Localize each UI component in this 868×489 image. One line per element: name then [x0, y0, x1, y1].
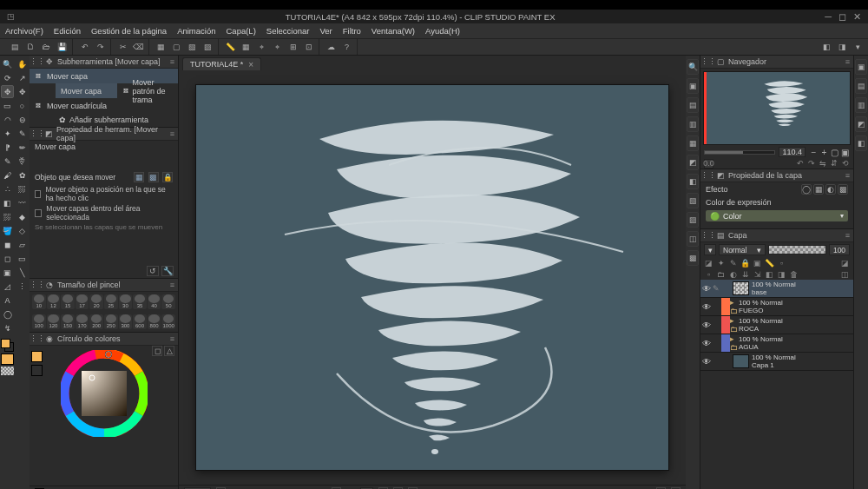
swatch-b[interactable]: [1, 354, 14, 365]
liquify-icon[interactable]: 〰: [16, 196, 29, 209]
menu-file[interactable]: Archivo(F): [5, 26, 43, 36]
panel-menu-icon[interactable]: ≡: [845, 57, 850, 66]
close-tab-icon[interactable]: ×: [248, 60, 253, 69]
dock2-a-icon[interactable]: ▣: [855, 59, 867, 75]
nav-reset-icon[interactable]: ⟲: [840, 159, 850, 169]
panel-menu-icon[interactable]: ≡: [170, 334, 174, 343]
layer-color-tag[interactable]: [721, 353, 730, 370]
prop-opt2[interactable]: Mover capas dentro del área seleccionada: [35, 204, 173, 221]
shrink-sel-icon[interactable]: ⊖: [16, 113, 29, 126]
rotate-tool-icon[interactable]: ⟳: [1, 71, 14, 84]
frame2-icon[interactable]: ▭: [16, 252, 29, 265]
eraser-tool-icon[interactable]: ◧: [1, 196, 14, 209]
nav-zoom-in-icon[interactable]: +: [819, 148, 829, 157]
brush-size-cell[interactable]: 25: [104, 294, 118, 309]
nav-flip-h-icon[interactable]: ⇋: [818, 159, 827, 169]
lock-col[interactable]: ✎: [713, 284, 721, 293]
layer-row[interactable]: 👁▸🗀100 % NormalFUEGO: [700, 298, 853, 316]
move-tool-icon[interactable]: ✥: [1, 85, 14, 98]
text-tool-icon[interactable]: A: [1, 294, 14, 307]
dock2-d-icon[interactable]: ◩: [855, 116, 867, 132]
dock2-b-icon[interactable]: ▤: [855, 78, 867, 94]
brush-size-cell[interactable]: 120: [47, 314, 61, 329]
open-icon[interactable]: 🗁: [39, 40, 54, 55]
swatch-transparent[interactable]: [1, 367, 14, 375]
brush-size-cell[interactable]: 250: [104, 314, 118, 329]
grid-icon[interactable]: ▦: [239, 40, 253, 55]
layer-color-picker-icon[interactable]: ◪: [840, 258, 850, 268]
contour-icon[interactable]: ◇: [16, 224, 29, 237]
visibility-icon[interactable]: 👁: [700, 284, 713, 294]
panel-grip-icon[interactable]: ⋮⋮: [33, 129, 42, 138]
dock-d-icon[interactable]: ▦: [687, 135, 699, 151]
visibility-icon[interactable]: 👁: [700, 339, 713, 348]
brush-size-cell[interactable]: 50: [161, 294, 175, 309]
eyedrop-tool-icon[interactable]: ⁋: [1, 141, 14, 154]
deco-icon[interactable]: ✿: [16, 169, 29, 182]
snap-icon[interactable]: ⌖: [254, 40, 269, 55]
blend-tool-icon[interactable]: ⛆: [1, 210, 14, 223]
wheel-tri-icon[interactable]: △: [164, 346, 174, 356]
visibility-icon[interactable]: 👁: [700, 357, 713, 367]
panel-grip-icon[interactable]: ⋮⋮: [33, 57, 42, 66]
layer-2pane-icon[interactable]: ◫: [840, 269, 850, 279]
sel-invert-icon[interactable]: ▧: [185, 40, 200, 55]
blend-mode-dropdown[interactable]: Normal▾: [719, 244, 766, 255]
eff-color-icon[interactable]: ◐: [825, 184, 836, 195]
color-swatch[interactable]: [1, 339, 14, 352]
brush-grid[interactable]: 10121517202530354050: [30, 292, 178, 312]
maximize-button[interactable]: ◻: [838, 11, 846, 23]
brush-tool-icon[interactable]: 🖌: [1, 169, 14, 182]
folder-icon[interactable]: ▸🗀: [730, 298, 739, 315]
dock-c-icon[interactable]: ▥: [687, 116, 699, 132]
ellipse-sel-icon[interactable]: ○: [16, 99, 29, 112]
menu-layer[interactable]: Capa(L): [227, 26, 256, 36]
brush-size-cell[interactable]: 35: [133, 294, 147, 309]
visibility-icon[interactable]: 👁: [700, 302, 713, 312]
menu-view[interactable]: Ver: [319, 26, 332, 36]
spray-tool-icon[interactable]: ∴: [1, 182, 14, 195]
ruler-icon[interactable]: 📏: [223, 40, 238, 55]
brush-size-cell[interactable]: 100: [32, 314, 46, 329]
canvas[interactable]: [196, 85, 667, 471]
nav-rot-ccw-icon[interactable]: ↶: [795, 159, 805, 169]
dock-j-icon[interactable]: ▩: [687, 250, 699, 266]
ruler-tool-icon[interactable]: ◿: [1, 280, 14, 293]
menu-help[interactable]: Ayuda(H): [425, 26, 460, 36]
layer-row[interactable]: 👁▸🗀100 % NormalROCA: [700, 316, 853, 334]
mask2-icon[interactable]: ◧: [765, 269, 774, 279]
brush-size-cell[interactable]: 150: [61, 314, 75, 329]
shape-tool-icon[interactable]: ◻: [1, 252, 14, 265]
panel-menu-icon[interactable]: ≡: [170, 281, 174, 289]
layer-color-tag[interactable]: [721, 334, 730, 352]
canvas-area[interactable]: [179, 70, 686, 485]
new-correction-icon[interactable]: ◐: [728, 269, 738, 279]
expression-color-dropdown[interactable]: 🟢 Color ▾: [706, 210, 848, 221]
sel-all-icon[interactable]: ▦: [154, 40, 168, 55]
lasso-tool-icon[interactable]: ◠: [1, 113, 14, 126]
dock-g-icon[interactable]: ▧: [687, 193, 699, 208]
panel-menu-icon[interactable]: ≡: [170, 129, 174, 138]
layer-row[interactable]: 👁✎100 % Normalbase: [700, 280, 853, 298]
snap3-icon[interactable]: ⊞: [286, 40, 300, 55]
eff-tone-icon[interactable]: ▦: [813, 184, 824, 195]
opacity-slider[interactable]: [768, 245, 826, 254]
reset-icon[interactable]: ↺: [147, 266, 159, 276]
brush-size-cell[interactable]: 600: [133, 314, 147, 329]
sel-pen-icon[interactable]: ✎: [16, 127, 29, 140]
help-icon[interactable]: ?: [339, 40, 354, 55]
new-icon[interactable]: 🗋: [23, 40, 38, 55]
merge-icon[interactable]: ⇲: [753, 269, 762, 279]
brush-size-cell[interactable]: 10: [32, 294, 46, 309]
nav-rot-cw-icon[interactable]: ↷: [806, 159, 816, 169]
snap4-icon[interactable]: ⊡: [301, 40, 316, 55]
dock-h-icon[interactable]: ▨: [687, 212, 699, 228]
brush-size-cell[interactable]: 40: [148, 294, 161, 309]
opacity-value[interactable]: 100: [829, 244, 850, 255]
menu-filter[interactable]: Filtro: [343, 26, 361, 36]
hand-tool-icon[interactable]: ✋: [16, 57, 29, 70]
save-icon[interactable]: 💾: [55, 40, 69, 55]
brush-size-cell[interactable]: 20: [89, 294, 103, 309]
balloon-tool-icon[interactable]: ◯: [1, 307, 14, 320]
pen-tool-icon[interactable]: ✎: [1, 155, 14, 168]
